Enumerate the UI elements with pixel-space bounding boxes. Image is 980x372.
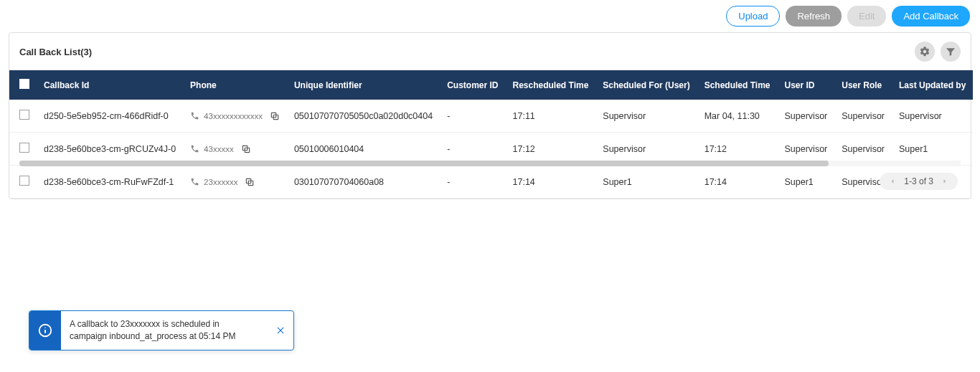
- cell-customer-id: -: [440, 100, 505, 133]
- phone-icon: [190, 177, 199, 186]
- toast-notification: A callback to 23xxxxxxx is scheduled in …: [29, 310, 294, 350]
- row-checkbox[interactable]: [19, 110, 29, 120]
- cell-scheduled-for: Super1: [595, 166, 697, 199]
- cell-unique-identifier: 050107070705050c0a020d0c0404: [287, 100, 440, 133]
- cell-user-id: Super1: [778, 166, 835, 199]
- table-row[interactable]: d250-5e5eb952-cm-466dRidf-043xxxxxxxxxxx…: [9, 100, 973, 133]
- col-unique-identifier[interactable]: Unique Identifier: [287, 70, 440, 100]
- select-all-checkbox[interactable]: [19, 79, 29, 89]
- phone-number: 23xxxxxx: [204, 178, 237, 186]
- pagination-label: 1-3 of 3: [904, 176, 933, 186]
- copy-icon[interactable]: [245, 177, 255, 187]
- cell-last-updated-by: Supervisor: [892, 100, 973, 133]
- col-callback-id[interactable]: Callback Id: [37, 70, 183, 100]
- panel-title: Call Back List(3): [19, 47, 92, 57]
- col-user-role[interactable]: User Role: [834, 70, 892, 100]
- phone-icon: [190, 111, 199, 120]
- col-scheduled-for[interactable]: Scheduled For (User): [595, 70, 697, 100]
- filter-icon: [945, 46, 956, 57]
- cell-callback-id: d238-5e60bce3-cm-RuFwFZdf-1: [37, 166, 183, 199]
- row-checkbox[interactable]: [19, 176, 29, 186]
- close-icon: [275, 325, 286, 335]
- col-customer-id[interactable]: Customer ID: [440, 70, 505, 100]
- cell-rescheduled-time: 17:14: [506, 166, 596, 199]
- chevron-left-icon: [888, 177, 897, 186]
- toolbar: Upload Refresh Edit Add Callback: [0, 0, 980, 32]
- table-header-row: Callback Id Phone Unique Identifier Cust…: [9, 70, 973, 100]
- info-icon: [37, 323, 53, 338]
- cell-scheduled-time: 17:14: [697, 166, 778, 199]
- cell-user-role: Supervisor: [834, 100, 892, 133]
- phone-number: 43xxxxxxxxxxxx: [204, 112, 263, 120]
- filter-button[interactable]: [941, 42, 961, 62]
- col-rescheduled-time[interactable]: Rescheduled Time: [506, 70, 596, 100]
- col-last-updated-by[interactable]: Last Updated by: [892, 70, 973, 100]
- cell-customer-id: -: [440, 166, 505, 199]
- cell-phone: 43xxxxxxxxxxxx: [183, 100, 287, 133]
- col-user-id[interactable]: User ID: [778, 70, 835, 100]
- next-page-button[interactable]: [941, 177, 949, 186]
- pagination: 1-3 of 3: [880, 173, 958, 190]
- callback-list-panel: Call Back List(3) Callback Id Phone Uniq…: [9, 32, 971, 199]
- cell-scheduled-for: Supervisor: [595, 100, 697, 133]
- cell-user-id: Supervisor: [778, 100, 835, 133]
- cell-callback-id: d250-5e5eb952-cm-466dRidf-0: [37, 100, 183, 133]
- prev-page-button[interactable]: [888, 177, 897, 186]
- cell-scheduled-time: Mar 04, 11:30: [697, 100, 778, 133]
- copy-icon[interactable]: [270, 111, 280, 121]
- cell-unique-identifier: 030107070704060a08: [287, 166, 440, 199]
- refresh-button[interactable]: Refresh: [786, 6, 842, 27]
- edit-button: Edit: [847, 6, 886, 27]
- settings-button[interactable]: [915, 42, 935, 62]
- table-row[interactable]: d238-5e60bce3-cm-RuFwFZdf-123xxxxxx03010…: [9, 166, 973, 199]
- callback-table: Callback Id Phone Unique Identifier Cust…: [9, 70, 973, 199]
- add-callback-button[interactable]: Add Callback: [892, 6, 970, 27]
- row-checkbox[interactable]: [19, 143, 29, 153]
- cell-rescheduled-time: 17:11: [506, 100, 596, 133]
- cell-phone: 23xxxxxx: [183, 166, 287, 199]
- horizontal-scrollbar[interactable]: [19, 160, 961, 167]
- chevron-right-icon: [941, 177, 949, 186]
- toast-info-icon-wrap: [29, 311, 61, 350]
- upload-button[interactable]: Upload: [726, 6, 780, 27]
- col-scheduled-time[interactable]: Scheduled Time: [697, 70, 778, 100]
- phone-number: 43xxxxx: [204, 145, 234, 153]
- toast-close-button[interactable]: [268, 311, 293, 350]
- svg-point-8: [44, 328, 45, 328]
- toast-message: A callback to 23xxxxxxx is scheduled in …: [61, 311, 268, 350]
- gear-icon: [919, 46, 930, 57]
- copy-icon[interactable]: [241, 144, 251, 154]
- col-phone[interactable]: Phone: [183, 70, 287, 100]
- phone-icon: [190, 144, 199, 153]
